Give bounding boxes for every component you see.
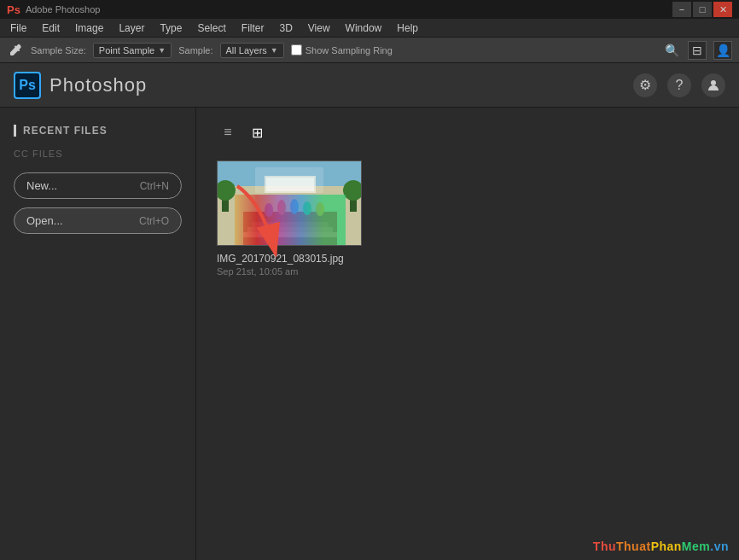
svg-point-9: [290, 199, 299, 214]
menu-window[interactable]: Window: [339, 20, 389, 36]
eyedropper-icon[interactable]: [7, 42, 24, 59]
file-preview-image: [218, 160, 361, 246]
menu-layer[interactable]: Layer: [112, 20, 151, 36]
close-button[interactable]: ✕: [713, 2, 732, 17]
menu-image[interactable]: Image: [68, 20, 110, 36]
list-view-button[interactable]: ≡: [217, 121, 239, 143]
svg-rect-2: [218, 186, 361, 246]
sample-dropdown[interactable]: All Layers ▼: [220, 43, 284, 58]
svg-point-11: [316, 202, 324, 216]
menu-3d[interactable]: 3D: [272, 20, 299, 36]
sidebar: RECENT FILES CC FILES New... Ctrl+N Open…: [0, 108, 196, 560]
sample-size-dropdown[interactable]: Point Sample ▼: [93, 43, 172, 58]
watermark-thuat: Thuat: [616, 540, 651, 553]
menu-help[interactable]: Help: [390, 20, 425, 36]
file-date: Sep 21st, 10:05 am: [217, 266, 362, 277]
app-header: Ps Photoshop ⚙ ?: [0, 63, 739, 108]
view-mode-button[interactable]: ⊟: [688, 41, 707, 60]
titlebar-left: Ps Adobe Photoshop: [7, 3, 100, 16]
search-icon[interactable]: 🔍: [662, 41, 681, 60]
titlebar-title: Adobe Photoshop: [26, 4, 100, 15]
menu-view[interactable]: View: [301, 20, 337, 36]
watermark-thu: Thu: [593, 540, 616, 553]
app-title: Photoshop: [49, 74, 147, 96]
svg-rect-1: [218, 160, 361, 246]
watermark: ThuThuatPhanMem.vn: [593, 540, 729, 553]
svg-rect-12: [265, 176, 316, 193]
help-button[interactable]: ?: [667, 73, 691, 97]
minimize-button[interactable]: −: [672, 2, 691, 17]
menubar: File Edit Image Layer Type Select Filter…: [0, 19, 739, 38]
list-item[interactable]: IMG_20170921_083015.jpg Sep 21st, 10:05 …: [217, 160, 362, 277]
svg-point-10: [303, 201, 311, 215]
svg-rect-4: [252, 222, 329, 227]
svg-rect-6: [243, 232, 337, 237]
menu-type[interactable]: Type: [153, 20, 189, 36]
watermark-mem: Mem: [682, 540, 710, 553]
content-area: ≡ ⊞: [196, 108, 739, 560]
svg-point-0: [711, 80, 716, 85]
titlebar: Ps Adobe Photoshop − □ ✕: [0, 0, 739, 19]
show-sampling-ring-label[interactable]: Show Sampling Ring: [291, 44, 393, 55]
maximize-button[interactable]: □: [693, 2, 712, 17]
menu-filter[interactable]: Filter: [235, 20, 271, 36]
file-name: IMG_20170921_083015.jpg: [217, 253, 362, 265]
view-profile-button[interactable]: 👤: [713, 41, 732, 60]
svg-point-8: [277, 200, 286, 215]
file-grid: IMG_20170921_083015.jpg Sep 21st, 10:05 …: [217, 160, 719, 277]
ps-logo: Ps: [14, 72, 41, 99]
titlebar-controls: − □ ✕: [672, 2, 732, 17]
cc-files-title: CC FILES: [14, 149, 182, 159]
menu-file[interactable]: File: [3, 20, 33, 36]
file-thumbnail: [217, 160, 362, 246]
watermark-vn: .vn: [710, 540, 729, 553]
grid-view-button[interactable]: ⊞: [246, 121, 268, 143]
recent-files-title: RECENT FILES: [14, 125, 182, 137]
new-button[interactable]: New... Ctrl+N: [14, 172, 182, 199]
svg-rect-3: [243, 212, 337, 246]
sample-label: Sample:: [178, 45, 212, 55]
svg-rect-13: [266, 178, 314, 191]
show-sampling-ring-checkbox[interactable]: [291, 44, 302, 55]
main-area: RECENT FILES CC FILES New... Ctrl+N Open…: [0, 108, 739, 560]
view-controls: ≡ ⊞: [217, 121, 719, 143]
menu-edit[interactable]: Edit: [35, 20, 67, 36]
svg-point-7: [265, 203, 273, 217]
menu-select[interactable]: Select: [190, 20, 232, 36]
gear-button[interactable]: ⚙: [633, 73, 657, 97]
header-actions: ⚙ ?: [633, 73, 725, 97]
toolbar: Sample Size: Point Sample ▼ Sample: All …: [0, 38, 739, 63]
sample-size-label: Sample Size:: [31, 45, 86, 55]
svg-rect-5: [247, 227, 333, 232]
watermark-phan: Phan: [651, 540, 682, 553]
ps-icon: Ps: [7, 3, 20, 16]
open-button[interactable]: Open... Ctrl+O: [14, 207, 182, 234]
profile-button[interactable]: [701, 73, 725, 97]
